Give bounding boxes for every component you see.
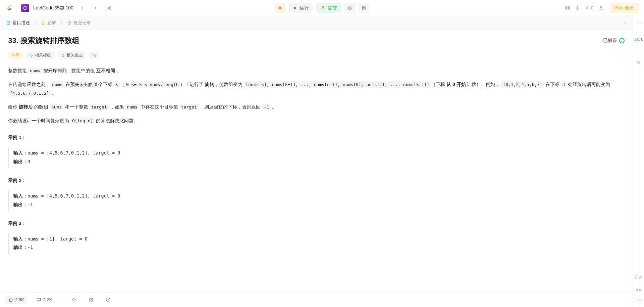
description-icon <box>6 20 11 25</box>
companies-label: 相关企业 <box>66 52 83 58</box>
solved-status: 已解答 ✓ <box>603 38 625 44</box>
solved-label: 已解答 <box>603 38 617 44</box>
problem-content: 33. 搜索旋转排序数组 已解答 ✓ 中等 相关标签 相关企业 <box>0 30 633 307</box>
svg-rect-7 <box>568 8 569 10</box>
svg-rect-5 <box>568 6 569 7</box>
run-button[interactable]: 运行 <box>289 3 313 13</box>
problem-header: 33. 搜索旋转排序数组 已解答 ✓ <box>8 36 625 46</box>
tab-submissions-label: 提交记录 <box>73 20 91 26</box>
like-button[interactable]: 2.8K <box>5 296 27 304</box>
tab-separator <box>61 20 62 26</box>
settings-button[interactable] <box>575 5 580 11</box>
arrow-left-icon[interactable]: ◀ <box>635 287 639 292</box>
svg-rect-14 <box>62 55 64 57</box>
share-button[interactable] <box>86 296 96 304</box>
svg-point-18 <box>641 23 642 23</box>
tabs-more-button[interactable] <box>621 19 629 27</box>
plus-member-button[interactable]: Plus 会员 <box>609 3 639 13</box>
svg-point-12 <box>624 23 625 23</box>
desc-p4: 你必须设计一个时间复杂度为 O(log n) 的算法解决此问题。 <box>8 116 625 125</box>
next-problem-button[interactable] <box>91 3 100 13</box>
svg-point-11 <box>623 23 624 23</box>
right-pane: Java 已存 ◀ ▶ <box>633 16 644 307</box>
example-2: 输入：nums = [4,5,6,7,0,1,2], target = 3 输出… <box>8 190 625 211</box>
svg-rect-1 <box>279 7 281 9</box>
tab-description[interactable]: 题目描述 <box>4 18 32 27</box>
arrow-right-icon[interactable]: ▶ <box>639 287 643 292</box>
svg-rect-4 <box>566 6 567 7</box>
svg-point-9 <box>600 6 602 8</box>
svg-point-17 <box>640 23 640 23</box>
tags-label: 相关标签 <box>35 52 51 58</box>
svg-point-16 <box>638 23 639 23</box>
svg-point-21 <box>641 300 642 301</box>
tags-badge[interactable]: 相关标签 <box>26 51 54 59</box>
translate-badge[interactable] <box>89 52 99 59</box>
tab-separator <box>35 20 36 26</box>
top-bar: LeetCode 热题 100 运行 提交 <box>0 0 644 16</box>
tabs-bar: 题目描述 题解 提交记录 <box>0 16 633 30</box>
problem-title: 33. 搜索旋转排序数组 <box>8 36 79 46</box>
example-1: 输入：nums = [4,5,6,7,0,1,2], target = 0 输出… <box>8 147 625 168</box>
example-3-title: 示例 3： <box>8 219 625 228</box>
leetcode-logo[interactable] <box>5 4 13 12</box>
footer-separator <box>62 297 62 303</box>
divider <box>17 5 17 11</box>
user-avatar[interactable] <box>598 5 605 11</box>
run-label: 运行 <box>300 5 309 11</box>
streak-count: 0 <box>591 5 593 10</box>
language-tab[interactable]: Java <box>634 35 643 44</box>
prev-problem-button[interactable] <box>77 3 87 13</box>
right-arrows: ◀ ▶ <box>635 287 643 292</box>
example-3: 输入：nums = [1], target = 0 输出：-1 <box>8 233 625 254</box>
difficulty-badge[interactable]: 中等 <box>8 51 23 59</box>
timer-button[interactable] <box>344 3 355 13</box>
list-title[interactable]: LeetCode 热题 100 <box>33 5 73 11</box>
svg-point-13 <box>626 23 626 23</box>
left-pane: 题目描述 题解 提交记录 33. 搜索旋转排序数组 <box>0 16 633 307</box>
desc-p2: 在传递给函数之前，nums 在预先未知的某个下标 k（0 <= k < nums… <box>8 80 625 98</box>
favorite-button[interactable] <box>69 296 79 304</box>
flask-icon <box>41 20 46 25</box>
desc-p3: 给你 旋转后 的数组 nums 和一个整数 target ，如果 nums 中存… <box>8 102 625 112</box>
tab-solution[interactable]: 题解 <box>39 18 58 27</box>
example-1-title: 示例 1： <box>8 133 625 142</box>
saved-label: 已存 <box>634 273 643 282</box>
badges-row: 中等 相关标签 相关企业 <box>8 51 625 59</box>
tab-description-label: 题目描述 <box>12 20 30 26</box>
help-button[interactable] <box>103 296 113 304</box>
main-area: 题目描述 题解 提交记录 33. 搜索旋转排序数组 <box>0 16 644 307</box>
svg-rect-3 <box>363 6 365 10</box>
svg-rect-6 <box>566 8 567 10</box>
layout-button[interactable] <box>565 5 570 11</box>
comments-count: 3.2K <box>43 297 52 302</box>
top-right-controls: 0 Plus 会员 <box>565 3 639 13</box>
debug-button[interactable] <box>275 3 285 13</box>
history-icon <box>67 20 72 25</box>
svg-point-8 <box>577 7 578 9</box>
check-icon: ✓ <box>619 38 625 43</box>
list-icon[interactable] <box>21 4 29 12</box>
example-2-title: 示例 2： <box>8 176 625 185</box>
svg-point-19 <box>638 300 639 301</box>
right-more-button-2[interactable] <box>636 296 644 304</box>
tab-solution-label: 题解 <box>47 20 56 26</box>
comments-button[interactable]: 3.2K <box>34 296 55 304</box>
svg-point-0 <box>23 6 26 9</box>
right-more-button[interactable] <box>636 19 644 27</box>
svg-point-20 <box>640 300 640 301</box>
desc-p1: 整数数组 nums 按升序排列，数组中的值 互不相同 。 <box>8 66 625 75</box>
notes-button[interactable] <box>359 3 369 13</box>
tab-submissions[interactable]: 提交记录 <box>65 18 93 27</box>
companies-badge[interactable]: 相关企业 <box>58 51 86 59</box>
submit-label: 提交 <box>328 5 337 11</box>
submit-button[interactable]: 提交 <box>316 3 341 13</box>
streak-counter[interactable]: 0 <box>585 5 593 10</box>
shuffle-button[interactable] <box>104 3 114 13</box>
footer-bar: 2.8K 3.2K <box>0 292 633 307</box>
status-dot-icon <box>637 61 640 64</box>
like-count: 2.8K <box>15 297 24 302</box>
problem-description: 整数数组 nums 按升序排列，数组中的值 互不相同 。 在传递给函数之前，nu… <box>8 66 625 254</box>
top-center-controls: 运行 提交 <box>275 3 369 13</box>
